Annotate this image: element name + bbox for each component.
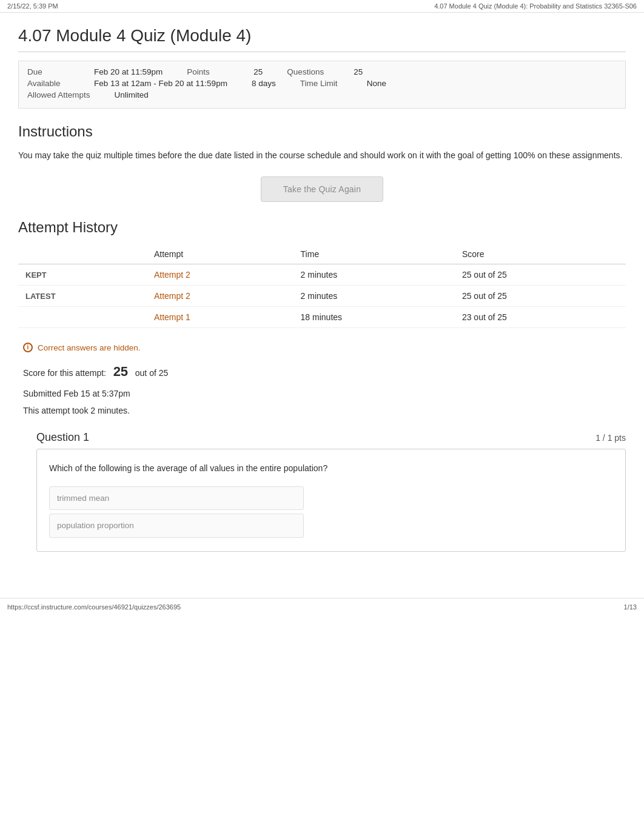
quiz-title: 4.07 Module 4 Quiz (Module 4): [18, 19, 626, 52]
page-title-bar: 4.07 Module 4 Quiz (Module 4): Probabili…: [434, 2, 637, 10]
correct-answers-text: Correct answers are hidden.: [38, 343, 141, 352]
attempt-history-title: Attempt History: [18, 219, 626, 236]
duration-info: This attempt took 2 minutes.: [23, 402, 626, 419]
row-attempt[interactable]: Attempt 2: [147, 286, 293, 307]
take-quiz-button[interactable]: Take the Quiz Again: [261, 176, 383, 202]
allowed-attempts-label: Allowed Attempts: [27, 90, 90, 99]
score-out-of: out of 25: [135, 368, 169, 378]
footer: https://ccsf.instructure.com/courses/469…: [0, 598, 644, 615]
time-limit-value: None: [367, 79, 386, 88]
row-attempt[interactable]: Attempt 2: [147, 264, 293, 286]
row-label: [18, 307, 147, 328]
question1-box: Which of the following is the average of…: [36, 449, 626, 552]
questions-label: Questions: [287, 67, 329, 76]
score-section: Score for this attempt: 25 out of 25 Sub…: [23, 358, 626, 419]
col-score: Score: [455, 244, 626, 264]
answer-option[interactable]: population proportion: [49, 514, 304, 538]
due-label: Due: [27, 67, 70, 76]
quiz-meta: Due Feb 20 at 11:59pm Points 25 Question…: [18, 61, 626, 109]
table-row: KEPT Attempt 2 2 minutes 25 out of 25: [18, 264, 626, 286]
col-attempt: Attempt: [147, 244, 293, 264]
question1-pts: 1 / 1 pts: [595, 433, 626, 443]
time-limit-label: Time Limit: [300, 79, 343, 88]
questions-section: Question 1 1 / 1 pts Which of the follow…: [36, 431, 626, 552]
question1-header: Question 1 1 / 1 pts: [36, 431, 626, 444]
available-label: Available: [27, 79, 70, 88]
submitted-info: Submitted Feb 15 at 5:37pm: [23, 385, 626, 402]
col-time: Time: [293, 244, 455, 264]
due-value: Feb 20 at 11:59pm: [94, 67, 163, 76]
row-attempt[interactable]: Attempt 1: [147, 307, 293, 328]
attempt-history-section: Attempt History Attempt Time Score KEPT …: [18, 219, 626, 328]
allowed-attempts-value: Unlimited: [115, 90, 149, 99]
attempt-table: Attempt Time Score KEPT Attempt 2 2 minu…: [18, 244, 626, 328]
points-label: Points: [187, 67, 229, 76]
question1-text: Which of the following is the average of…: [49, 461, 613, 475]
table-row: Attempt 1 18 minutes 23 out of 25: [18, 307, 626, 328]
browser-bar: 2/15/22, 5:39 PM 4.07 Module 4 Quiz (Mod…: [0, 0, 644, 13]
row-time: 2 minutes: [293, 286, 455, 307]
table-row: LATEST Attempt 2 2 minutes 25 out of 25: [18, 286, 626, 307]
available-value: Feb 13 at 12am - Feb 20 at 11:59pm: [94, 79, 227, 88]
take-quiz-container: Take the Quiz Again: [18, 176, 626, 202]
question1-options: trimmed meanpopulation proportion: [49, 486, 613, 538]
row-score: 25 out of 25: [455, 286, 626, 307]
footer-url: https://ccsf.instructure.com/courses/469…: [7, 603, 181, 611]
info-icon: i: [23, 343, 33, 352]
row-time: 18 minutes: [293, 307, 455, 328]
points-value: 25: [253, 67, 263, 76]
row-label: LATEST: [18, 286, 147, 307]
footer-pagination: 1/13: [624, 603, 637, 611]
row-label: KEPT: [18, 264, 147, 286]
score-label: Score for this attempt:: [23, 368, 106, 378]
question1-title: Question 1: [36, 431, 89, 444]
questions-value: 25: [354, 67, 363, 76]
col-label: [18, 244, 147, 264]
score-number: 25: [113, 364, 128, 379]
row-time: 2 minutes: [293, 264, 455, 286]
instructions-title: Instructions: [18, 123, 626, 140]
score-for-attempt: Score for this attempt: 25 out of 25: [23, 358, 626, 385]
timestamp: 2/15/22, 5:39 PM: [7, 2, 58, 10]
answer-option[interactable]: trimmed mean: [49, 486, 304, 511]
instructions-text: You may take the quiz multiple times bef…: [18, 149, 626, 162]
correct-answers-notice: i Correct answers are hidden.: [23, 343, 626, 352]
instructions-section: Instructions You may take the quiz multi…: [18, 123, 626, 162]
days-value: 8 days: [252, 79, 276, 88]
row-score: 25 out of 25: [455, 264, 626, 286]
row-score: 23 out of 25: [455, 307, 626, 328]
